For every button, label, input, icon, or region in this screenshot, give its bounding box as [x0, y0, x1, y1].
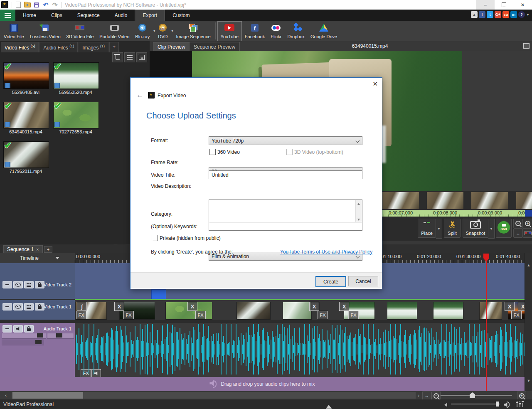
timeline-clip[interactable]: [283, 302, 312, 320]
fx-badge[interactable]: FX: [318, 311, 328, 319]
tab-sequence[interactable]: Sequence: [70, 10, 107, 21]
timeline-zoom-out-button[interactable]: −: [431, 392, 441, 400]
help-icon[interactable]: ?: [518, 11, 525, 18]
dialog-close-button[interactable]: ✕: [372, 80, 378, 88]
track-fade-slider[interactable]: [2, 340, 44, 345]
place-button[interactable]: Place: [418, 219, 436, 238]
facebook-export-button[interactable]: fFacebook: [242, 22, 268, 41]
media-thumbnail[interactable]: ✔: [3, 141, 49, 168]
video-track-1-lane[interactable]: ∫XXXXXXFXFXFXFXFXFX: [75, 300, 525, 320]
image-sequence-export-button[interactable]: Image Sequence: [173, 22, 213, 41]
list-view-button[interactable]: [124, 52, 135, 62]
fx-badge[interactable]: FX: [195, 311, 206, 319]
zoom-out-button[interactable]: −: [513, 219, 523, 228]
video-description-textarea[interactable]: [209, 200, 362, 224]
media-thumbnail[interactable]: ✔: [53, 62, 99, 89]
close-button[interactable]: ✕: [513, 0, 532, 10]
timeline-clip[interactable]: [236, 302, 271, 320]
place-dropdown[interactable]: ▼: [436, 219, 442, 239]
open-file-button[interactable]: [24, 1, 31, 9]
minimize-button[interactable]: –: [476, 0, 495, 10]
shrink-panel-button[interactable]: [136, 52, 147, 62]
timeline-scrollbar[interactable]: [12, 392, 416, 399]
new-file-button[interactable]: [15, 1, 22, 9]
video-360-button[interactable]: 360: [496, 219, 512, 238]
blend-track-button[interactable]: [24, 303, 34, 310]
help-dropdown-icon[interactable]: ▾: [527, 13, 529, 17]
3d-mode-button[interactable]: [523, 228, 532, 238]
collapse-track-button[interactable]: [2, 281, 12, 288]
cross-transition-icon[interactable]: X: [518, 302, 525, 311]
cross-transition-icon[interactable]: X: [187, 302, 197, 311]
playhead-line[interactable]: [486, 255, 487, 391]
detach-preview-icon[interactable]: [523, 43, 530, 49]
tab-custom[interactable]: Custom: [165, 10, 197, 21]
media-thumbnail[interactable]: ✔: [3, 102, 49, 128]
timeline-clip[interactable]: [433, 302, 463, 320]
undo-button[interactable]: ↶: [42, 1, 49, 9]
close-sequence-icon[interactable]: ×: [36, 247, 39, 252]
lock-track-button[interactable]: [24, 325, 34, 333]
collapse-track-button[interactable]: [2, 325, 12, 333]
tab-sequence-1[interactable]: Sequence 1 ×: [3, 245, 43, 254]
scrollbar-thumb[interactable]: [12, 392, 83, 399]
video-360-checkbox[interactable]: [209, 149, 216, 155]
format-select[interactable]: YouTube 720p: [209, 136, 362, 145]
tab-video-files[interactable]: Video Files (5): [1, 42, 39, 52]
tab-audio[interactable]: Audio: [107, 10, 135, 21]
scroll-down-icon[interactable]: ▼: [525, 377, 532, 384]
timeline-clip[interactable]: [387, 302, 417, 320]
track-pan-slider[interactable]: [47, 333, 74, 339]
blu-ray-export-button[interactable]: Blu-ray: [132, 22, 153, 41]
cancel-button[interactable]: Cancel: [348, 276, 378, 286]
video-3d-checkbox[interactable]: [286, 149, 293, 155]
audio-clip-waveform[interactable]: FX: [75, 323, 525, 377]
zoom-slider-handle[interactable]: [470, 392, 475, 398]
youtube-terms-link[interactable]: YouTube Terms of Use and Privacy Policy: [280, 249, 372, 255]
mute-track-button[interactable]: [13, 325, 23, 333]
3d-video-file-export-button[interactable]: 3D Video File: [64, 22, 97, 41]
track-scrollbar[interactable]: ▲ ▼: [525, 253, 532, 391]
timeline-clip[interactable]: [151, 289, 166, 300]
collapse-track-button[interactable]: [2, 303, 12, 310]
delete-file-button[interactable]: [112, 52, 123, 62]
fx-badge[interactable]: FX: [511, 311, 522, 319]
cross-transition-icon[interactable]: X: [339, 302, 349, 311]
maximize-button[interactable]: [495, 0, 513, 10]
redo-button[interactable]: ↷: [51, 1, 59, 9]
fx-badge[interactable]: FX: [348, 311, 359, 319]
media-thumbnail[interactable]: ✔: [3, 62, 49, 89]
scroll-up-icon[interactable]: ▲: [525, 262, 532, 269]
lock-track-button[interactable]: [35, 303, 44, 310]
google-plus-icon[interactable]: G+: [495, 11, 501, 18]
timeline-mode-selector[interactable]: Timeline: [0, 253, 75, 263]
tab-home[interactable]: Home: [15, 10, 44, 21]
main-menu-button[interactable]: [0, 10, 15, 21]
video-title-input[interactable]: [209, 170, 362, 179]
fit-to-window-button[interactable]: ↔: [422, 392, 431, 400]
master-volume-slider[interactable]: [451, 404, 500, 404]
snapshot-dropdown[interactable]: ▼: [488, 219, 495, 239]
visibility-track-button[interactable]: [13, 281, 23, 288]
timeline-zoom-slider[interactable]: [441, 395, 512, 396]
audio-fx-badge[interactable]: FX: [81, 369, 91, 377]
linkedin-icon[interactable]: in: [510, 11, 517, 18]
dvd-export-button[interactable]: DVD: [155, 22, 170, 41]
scroll-left-button[interactable]: ‹: [0, 391, 12, 399]
like-icon[interactable]: ▲: [471, 11, 478, 18]
create-button[interactable]: Create: [315, 276, 346, 287]
stumbleupon-icon[interactable]: su: [502, 11, 509, 18]
twitter-icon[interactable]: t: [487, 11, 493, 18]
timeline-zoom-in-button[interactable]: +: [517, 392, 526, 400]
visibility-track-button[interactable]: [13, 303, 23, 310]
portable-video-export-button[interactable]: Portable Video: [96, 22, 132, 41]
speaker-icon[interactable]: [504, 402, 510, 408]
timeline-clip[interactable]: [479, 302, 502, 320]
tab-export[interactable]: Export: [135, 10, 165, 21]
volume-handle[interactable]: [496, 402, 499, 407]
cross-transition-icon[interactable]: X: [309, 302, 319, 311]
scroll-right-button[interactable]: ›: [416, 391, 421, 399]
flickr-export-button[interactable]: Flickr: [268, 22, 284, 41]
audio-mute-badge[interactable]: [91, 369, 101, 377]
video-file-export-button[interactable]: Video File: [1, 22, 27, 41]
